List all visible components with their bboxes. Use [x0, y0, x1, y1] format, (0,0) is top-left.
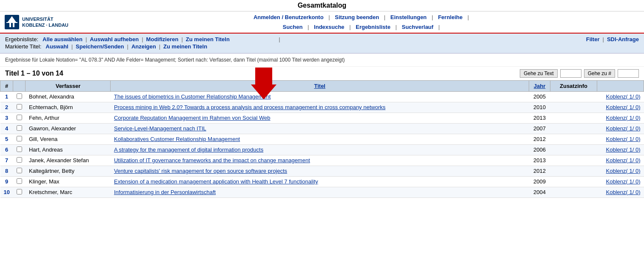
- sdi-anfrage-link[interactable]: SDI-Anfrage: [607, 36, 639, 42]
- row-location-link[interactable]: Koblenz( 1/ 0): [606, 157, 641, 163]
- row-location-link[interactable]: Koblenz( 1/ 0): [606, 93, 641, 100]
- row-checkbox[interactable]: [17, 104, 22, 110]
- row-title: A strategy for the management of digital…: [111, 145, 529, 155]
- goto-hash-input[interactable]: [618, 69, 639, 78]
- row-location-link[interactable]: Koblenz( 1/ 0): [606, 136, 641, 142]
- nav-ergebnisliste[interactable]: Ergebnisliste: [352, 23, 394, 31]
- row-num: 10: [0, 187, 13, 198]
- nav-sep-6: |: [348, 24, 353, 30]
- row-year: 2009: [529, 177, 550, 187]
- row-title-link[interactable]: Service-Level-Management nach ITIL: [114, 125, 206, 132]
- row-title-link[interactable]: Utilization of IT governance frameworks …: [114, 157, 310, 163]
- logo-text: UNIVERSITÄT KOBLENZ · LANDAU: [22, 16, 68, 28]
- table-row: 7Janek, Alexander StefanUtilization of I…: [0, 155, 644, 166]
- row-num-link[interactable]: 4: [5, 125, 8, 132]
- row-title-link[interactable]: Informatisierung in der Personlawirtscha…: [114, 189, 216, 195]
- filter-link[interactable]: Filter: [586, 36, 600, 42]
- row-zusatzinfo: [550, 166, 597, 177]
- row-zusatzinfo: [550, 134, 597, 145]
- results-header: Titel 1 – 10 von 14 Gehe zu Text Gehe zu…: [0, 67, 644, 80]
- row-title-link[interactable]: Extension of a medication management app…: [114, 178, 318, 185]
- titel-sort-link[interactable]: Titel: [314, 83, 325, 89]
- row-location-link[interactable]: Koblenz( 1/ 0): [606, 125, 641, 132]
- row-title: Informatisierung in der Personlawirtscha…: [111, 187, 529, 198]
- row-location-link[interactable]: Koblenz( 1/ 0): [606, 115, 641, 121]
- row-checkbox[interactable]: [17, 146, 22, 152]
- row-year: 2010: [529, 102, 550, 113]
- row-num-link[interactable]: 2: [5, 104, 8, 110]
- row-author: Kaltegärtner, Betty: [26, 166, 111, 177]
- zu-meinen-titeln-1-link[interactable]: Zu meinen Titeln: [186, 36, 230, 42]
- row-location: Koblenz( 1/ 0): [597, 177, 644, 187]
- toolbar-row-2: Markierte Titel: Auswahl | Speichern/Sen…: [5, 43, 639, 50]
- row-checkbox[interactable]: [17, 157, 22, 163]
- row-title-link[interactable]: Process mining in Web 2.0? Towards a pro…: [114, 104, 385, 110]
- row-checkbox-cell: [13, 177, 26, 187]
- row-checkbox[interactable]: [17, 115, 22, 120]
- nav-einstellungen[interactable]: Einstellungen: [387, 13, 430, 21]
- alle-auswaehlen-link[interactable]: Alle auswählen: [43, 36, 83, 42]
- row-author: Klinger, Max: [26, 177, 111, 187]
- row-title: Service-Level-Management nach ITIL: [111, 124, 529, 134]
- col-check: [13, 81, 26, 92]
- row-location-link[interactable]: Koblenz( 1/ 0): [606, 146, 641, 153]
- nav-sep-8: |: [437, 24, 442, 30]
- goto-text-button[interactable]: Gehe zu Text: [520, 69, 558, 78]
- row-title-link[interactable]: The issues of biometrics in Customer Rel…: [114, 93, 271, 100]
- anzeigen-link[interactable]: Anzeigen: [131, 43, 156, 50]
- row-num-link[interactable]: 8: [5, 168, 8, 174]
- row-checkbox-cell: [13, 92, 26, 102]
- nav-indexsuche[interactable]: Indexsuche: [311, 23, 348, 31]
- row-checkbox[interactable]: [17, 125, 22, 131]
- table-row: 2Echternach, BjörnProcess mining in Web …: [0, 102, 644, 113]
- row-num-link[interactable]: 6: [5, 146, 8, 153]
- goto-text-input[interactable]: [560, 69, 581, 78]
- row-num-link[interactable]: 3: [5, 115, 8, 121]
- row-checkbox[interactable]: [17, 168, 22, 173]
- markierte-titel-label: Markierte Titel:: [5, 43, 41, 50]
- row-checkbox[interactable]: [17, 93, 22, 99]
- row-location-link[interactable]: Koblenz( 1/ 0): [606, 168, 641, 174]
- row-author: Fehn, Arthur: [26, 113, 111, 124]
- row-num-link[interactable]: 5: [5, 136, 8, 142]
- row-title: Venture capitalists' risk management for…: [111, 166, 529, 177]
- row-checkbox[interactable]: [17, 189, 22, 194]
- auswahl-link[interactable]: Auswahl: [46, 43, 68, 50]
- row-title: The issues of biometrics in Customer Rel…: [111, 92, 529, 102]
- modifizieren-link[interactable]: Modifizieren: [146, 36, 179, 42]
- row-title-link[interactable]: Kollaboratives Customer Relationship Man…: [114, 136, 240, 142]
- row-location-link[interactable]: Koblenz( 1/ 0): [606, 104, 641, 110]
- jahr-sort-link[interactable]: Jahr: [534, 83, 545, 89]
- row-num-link[interactable]: 1: [5, 93, 8, 100]
- auswahl-aufheben-link[interactable]: Auswahl aufheben: [90, 36, 139, 42]
- row-zusatzinfo: [550, 102, 597, 113]
- row-checkbox[interactable]: [17, 178, 22, 184]
- row-title-link[interactable]: Venture capitalists' risk management for…: [114, 168, 287, 174]
- row-zusatzinfo: [550, 113, 597, 124]
- nav-suchen[interactable]: Suchen: [279, 23, 306, 31]
- row-title-link[interactable]: A strategy for the management of digital…: [114, 146, 263, 153]
- row-num: 3: [0, 113, 13, 124]
- nav-anmelden[interactable]: Anmelden / Benutzerkonto: [250, 13, 327, 21]
- university-logo-icon: [4, 14, 20, 30]
- row-location-link[interactable]: Koblenz( 1/ 0): [606, 189, 641, 195]
- row-num-link[interactable]: 7: [5, 157, 8, 163]
- nav-fernleihe[interactable]: Fernleihe: [435, 13, 466, 21]
- speichern-senden-link[interactable]: Speichern/Senden: [76, 43, 124, 50]
- row-checkbox[interactable]: [17, 136, 22, 141]
- goto-hash-button[interactable]: Gehe zu #: [584, 69, 615, 78]
- page-title: Gesamtkatalog: [0, 0, 644, 11]
- row-title-link[interactable]: Corporate Reputation Management im Rahme…: [114, 115, 271, 121]
- row-location: Koblenz( 1/ 0): [597, 166, 644, 177]
- row-num-link[interactable]: 9: [5, 178, 8, 185]
- row-num: 5: [0, 134, 13, 145]
- zu-meinen-titeln-2-link[interactable]: Zu meinen Titeln: [163, 43, 207, 50]
- row-location-link[interactable]: Koblenz( 1/ 0): [606, 178, 641, 185]
- col-titel: Titel: [111, 81, 529, 92]
- toolbar-row-1: Ergebnisliste: Alle auswählen | Auswahl …: [5, 36, 639, 42]
- row-zusatzinfo: [550, 177, 597, 187]
- search-info-text: Ergebnisse für Lokale Notation= "AL 078.…: [5, 57, 345, 63]
- nav-sitzung[interactable]: Sitzung beenden: [331, 13, 382, 21]
- nav-suchverlauf[interactable]: Suchverlauf: [398, 23, 436, 31]
- row-num-link[interactable]: 10: [4, 189, 10, 195]
